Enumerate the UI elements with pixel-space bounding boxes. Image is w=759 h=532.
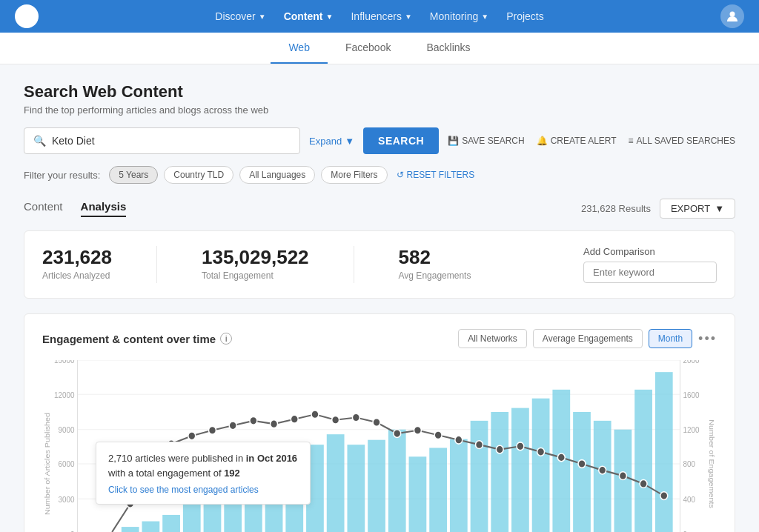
save-search-link[interactable]: 💾 SAVE SEARCH (448, 136, 524, 146)
logo[interactable] (15, 4, 39, 28)
svg-point-78 (599, 466, 606, 474)
nav-influencers[interactable]: Influencers ▼ (351, 10, 411, 22)
svg-rect-38 (368, 440, 385, 532)
stat-articles: 231,628 Articles Analyzed (42, 246, 112, 281)
svg-rect-36 (327, 434, 345, 532)
nav-projects[interactable]: Projects (506, 10, 544, 22)
filter-all-languages[interactable]: All Languages (239, 166, 315, 184)
chart-area: 15000 12000 9000 6000 3000 0 2000 1600 1… (42, 360, 717, 532)
sub-navigation: Web Facebook Backlinks (0, 33, 759, 64)
svg-point-2 (729, 12, 735, 17)
svg-point-69 (414, 426, 421, 434)
svg-text:800: 800 (683, 460, 695, 468)
svg-point-67 (373, 419, 380, 427)
search-input-container: 🔍 (24, 127, 300, 154)
avatar[interactable] (720, 4, 744, 28)
stat-engagement: 135,029,522 Total Engagement (202, 246, 309, 281)
tab-backlinks[interactable]: Backlinks (408, 33, 488, 64)
svg-point-58 (188, 432, 196, 440)
svg-text:12000: 12000 (54, 390, 75, 399)
svg-text:3000: 3000 (59, 495, 75, 503)
filter-country-tld[interactable]: Country TLD (164, 166, 233, 184)
reset-filters-link[interactable]: ↺ RESET FILTERS (397, 170, 475, 180)
svg-point-62 (271, 420, 278, 428)
svg-point-65 (332, 416, 339, 424)
chart-tooltip[interactable]: 2,710 articles were published in in Oct … (96, 442, 311, 505)
svg-text:400: 400 (683, 495, 695, 503)
all-networks-button[interactable]: All Networks (458, 329, 527, 348)
tab-facebook[interactable]: Facebook (328, 33, 408, 64)
svg-point-73 (496, 445, 503, 453)
svg-rect-42 (450, 439, 468, 532)
svg-rect-41 (429, 448, 447, 532)
tab-content[interactable]: Content (24, 200, 63, 217)
svg-text:Number of Articles Published: Number of Articles Published (43, 413, 51, 515)
svg-text:6000: 6000 (59, 460, 75, 468)
tooltip-link[interactable]: Click to see the most engaged articles (108, 485, 298, 495)
svg-rect-52 (655, 372, 673, 532)
svg-rect-28 (162, 515, 180, 532)
svg-point-76 (557, 453, 565, 462)
all-saved-searches-link[interactable]: ≡ ALL SAVED SEARCHES (629, 136, 735, 146)
filter-more[interactable]: More Filters (321, 166, 387, 184)
more-options-button[interactable]: ••• (698, 331, 717, 347)
svg-text:9000: 9000 (59, 426, 75, 434)
avg-engagements-button[interactable]: Average Engagements (533, 329, 643, 348)
expand-button[interactable]: Expand ▼ (309, 136, 354, 147)
content-analysis-tabs: Content Analysis 231,628 Results EXPORT … (24, 199, 735, 219)
results-export: 231,628 Results EXPORT ▼ (581, 199, 735, 219)
svg-rect-40 (409, 456, 427, 532)
filter-row: Filter your results: 5 Years Country TLD… (24, 166, 735, 184)
svg-rect-45 (511, 408, 529, 532)
svg-point-60 (229, 422, 236, 430)
svg-point-74 (517, 442, 524, 450)
svg-rect-50 (614, 430, 632, 532)
top-navigation: Discover ▼ Content ▼ Influencers ▼ Monit… (0, 0, 759, 33)
nav-content[interactable]: Content ▼ (284, 10, 334, 22)
svg-text:Number of Engagements: Number of Engagements (708, 419, 716, 508)
comparison-input[interactable] (583, 262, 717, 283)
svg-rect-37 (347, 445, 365, 532)
svg-text:15000: 15000 (54, 360, 75, 365)
avg-value: 582 (399, 246, 471, 269)
svg-rect-29 (183, 505, 201, 532)
filter-label: Filter your results: (24, 170, 100, 181)
svg-rect-27 (142, 522, 160, 532)
results-count: 231,628 Results (581, 203, 651, 214)
search-input[interactable] (52, 135, 291, 147)
svg-rect-26 (122, 527, 139, 532)
main-content: Search Web Content Find the top performi… (0, 64, 759, 532)
svg-rect-49 (594, 421, 611, 532)
svg-rect-48 (573, 412, 591, 532)
nav-monitoring[interactable]: Monitoring ▼ (430, 10, 488, 22)
svg-point-63 (291, 415, 298, 423)
month-button[interactable]: Month (649, 329, 692, 348)
search-row: 🔍 Expand ▼ SEARCH 💾 SAVE SEARCH 🔔 CREATE… (24, 127, 735, 154)
info-icon[interactable]: i (220, 333, 232, 345)
svg-point-1 (24, 12, 29, 16)
chart-controls: All Networks Average Engagements Month •… (458, 329, 717, 348)
create-alert-link[interactable]: 🔔 CREATE ALERT (537, 136, 617, 146)
bell-icon: 🔔 (537, 136, 548, 146)
stat-divider-2 (354, 246, 354, 283)
svg-rect-51 (634, 390, 652, 532)
stat-avg: 582 Avg Engagements (399, 246, 471, 281)
svg-point-61 (250, 416, 257, 425)
tooltip-text: 2,710 articles were published in in Oct … (108, 451, 298, 480)
svg-point-80 (640, 480, 647, 488)
svg-rect-46 (532, 399, 550, 532)
search-icon: 🔍 (33, 135, 46, 147)
filter-5years[interactable]: 5 Years (109, 166, 158, 184)
tab-web[interactable]: Web (271, 33, 328, 64)
search-button[interactable]: SEARCH (363, 127, 439, 154)
svg-point-79 (619, 472, 626, 480)
nav-discover[interactable]: Discover ▼ (215, 10, 265, 22)
svg-point-71 (455, 436, 463, 444)
svg-text:1600: 1600 (683, 390, 699, 399)
svg-point-77 (578, 460, 586, 468)
export-button[interactable]: EXPORT ▼ (660, 199, 735, 219)
stats-card: 231,628 Articles Analyzed 135,029,522 To… (24, 230, 735, 299)
tab-analysis[interactable]: Analysis (81, 200, 127, 217)
svg-rect-39 (388, 430, 406, 532)
chart-title: Engagement & content over time i (42, 333, 232, 345)
